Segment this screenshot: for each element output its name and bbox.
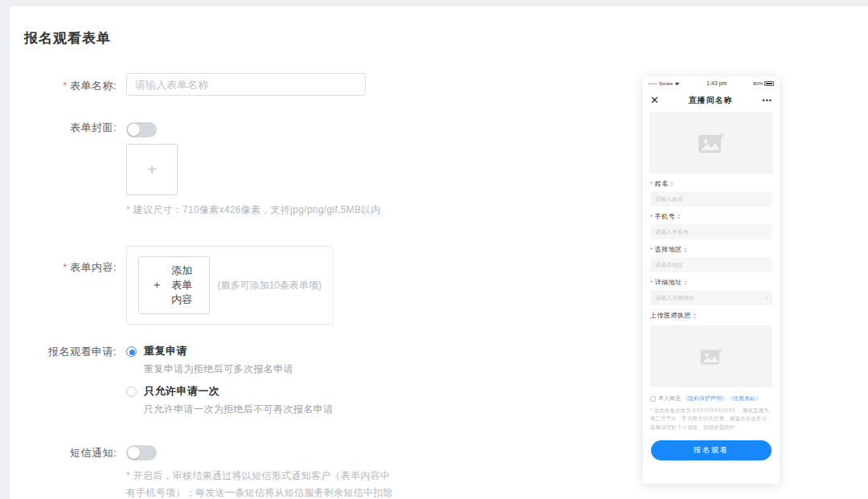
- radio-label: 只允许申请一次: [144, 384, 220, 399]
- phone-name-input[interactable]: 请输入姓名: [650, 191, 772, 207]
- radio-unselected-icon[interactable]: [126, 387, 137, 397]
- phone-nav-bar: ✕ 直播间名称 •••: [643, 90, 780, 110]
- required-asterisk: *: [63, 80, 68, 92]
- phone-field-license: 上传医师执照：: [650, 305, 772, 323]
- phone-mobile-input[interactable]: 请输入手机号: [650, 224, 772, 239]
- required-asterisk: *: [650, 246, 653, 253]
- more-icon[interactable]: •••: [763, 96, 772, 104]
- carrier-label: Stroke: [659, 81, 673, 86]
- agreement-row: 本人同意 《隐私保护声明》《使用条款》: [650, 395, 772, 403]
- wifi-icon: [674, 81, 680, 86]
- mobile-preview: •••• Stroke 1:43 pm 80% ✕ 直播间名称 •••: [643, 76, 780, 484]
- agreement-links[interactable]: 《隐私保护声明》《使用条款》: [682, 395, 761, 403]
- sms-notify-label: 短信通知:: [10, 444, 126, 460]
- form-cover-label: 表单封面:: [10, 118, 126, 135]
- signal-dots-icon: ••••: [649, 81, 657, 86]
- form-cover-toggle[interactable]: [126, 122, 157, 137]
- form-content-label: *表单内容:: [10, 246, 126, 275]
- form-content-note: (最多可添加10条表单项): [218, 279, 321, 292]
- radio-label: 重复申请: [144, 344, 187, 358]
- agree-checkbox[interactable]: [650, 396, 656, 402]
- disclaimer-text: * 信息收集主体为 XXXXXXXXXXXX ，微吼直播为第三方平台，不为双方行…: [650, 407, 772, 432]
- screen: 报名观看表单 *表单名称: 表单封面: + * 建议尺寸：710像素x426像素…: [0, 0, 868, 499]
- chevron-right-icon: ›: [765, 294, 768, 302]
- toggle-knob: [128, 124, 140, 136]
- live-room-title: 直播间名称: [659, 95, 763, 106]
- plus-icon: ＋: [151, 278, 162, 292]
- status-time: 1:43 pm: [706, 80, 727, 86]
- form-name-label: *表单名称:: [10, 73, 126, 93]
- plus-icon: +: [147, 161, 157, 179]
- add-form-content-button[interactable]: ＋添加表单内容: [138, 256, 210, 314]
- close-icon[interactable]: ✕: [650, 95, 659, 105]
- form-name-input[interactable]: [126, 73, 366, 96]
- page-title: 报名观看表单: [10, 6, 868, 47]
- radio-selected-icon[interactable]: [126, 346, 137, 357]
- required-asterisk: *: [650, 279, 653, 286]
- image-placeholder-icon: [697, 131, 726, 155]
- phone-status-bar: •••• Stroke 1:43 pm 80%: [643, 76, 780, 90]
- sms-notify-toggle[interactable]: [126, 445, 157, 460]
- phone-address-input[interactable]: 请输入详细地址›: [650, 290, 772, 305]
- required-asterisk: *: [650, 180, 653, 187]
- cover-banner-placeholder: [649, 112, 773, 174]
- agree-text: 本人同意: [658, 395, 681, 403]
- cover-upload-box[interactable]: +: [126, 144, 178, 195]
- upload-license-label: 上传医师执照：: [650, 305, 772, 323]
- form-content-box: ＋添加表单内容 (最多可添加10条表单项): [126, 246, 334, 325]
- required-asterisk: *: [650, 213, 653, 220]
- required-asterisk: *: [63, 261, 68, 273]
- image-placeholder-icon: [699, 346, 723, 366]
- phone-field-region: *选择地区： 请选择地区: [650, 239, 772, 272]
- sms-notify-hint: * 开启后，审核结果通过将以短信形式通知客户（表单内容中有手机号项）；每发送一条…: [126, 468, 396, 499]
- apply-mode-label: 报名观看申请:: [10, 341, 126, 359]
- license-upload-box[interactable]: [650, 325, 772, 387]
- battery-icon: [764, 81, 774, 86]
- phone-field-name: *姓名： 请输入姓名: [650, 174, 772, 207]
- toggle-knob: [128, 447, 140, 459]
- phone-field-address: *详细地址： 请输入详细地址›: [650, 272, 772, 305]
- battery-percent: 80%: [753, 81, 763, 86]
- register-watch-button[interactable]: 报名观看: [651, 440, 772, 460]
- phone-region-select[interactable]: 请选择地区: [650, 257, 772, 272]
- phone-field-mobile: *手机号： 请输入手机号: [650, 207, 772, 239]
